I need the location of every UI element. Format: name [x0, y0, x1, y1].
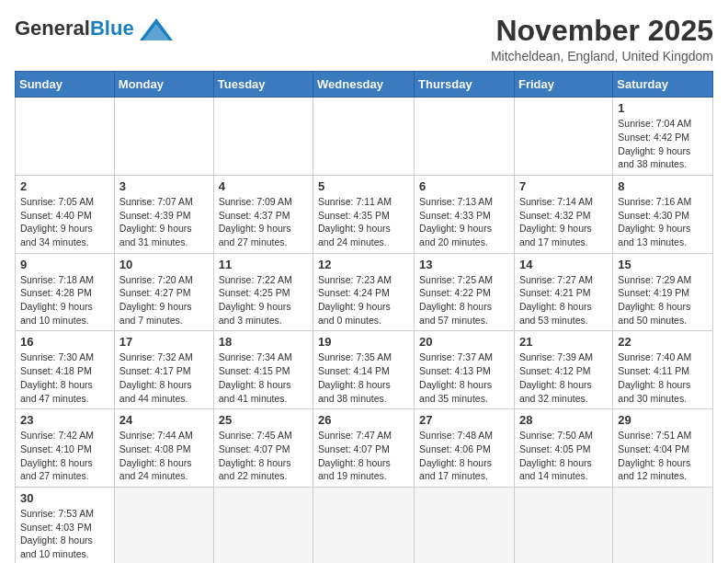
day-header-monday: Monday: [114, 72, 213, 98]
day-info: Sunrise: 7:32 AM Sunset: 4:17 PM Dayligh…: [119, 350, 209, 405]
day-info: Sunrise: 7:44 AM Sunset: 4:08 PM Dayligh…: [119, 429, 209, 483]
calendar-cell: 13Sunrise: 7:25 AM Sunset: 4:22 PM Dayli…: [415, 253, 515, 331]
calendar-cell: 20Sunrise: 7:37 AM Sunset: 4:13 PM Dayli…: [415, 331, 515, 409]
day-number: 1: [618, 101, 708, 115]
day-number: 6: [419, 179, 509, 193]
week-row-2: 2Sunrise: 7:05 AM Sunset: 4:40 PM Daylig…: [16, 175, 713, 253]
week-row-5: 23Sunrise: 7:42 AM Sunset: 4:10 PM Dayli…: [16, 409, 713, 488]
days-header-row: SundayMondayTuesdayWednesdayThursdayFrid…: [16, 72, 713, 98]
day-number: 22: [618, 335, 708, 349]
logo-text: GeneralBlue: [15, 17, 134, 40]
day-number: 20: [419, 335, 509, 349]
day-info: Sunrise: 7:39 AM Sunset: 4:12 PM Dayligh…: [519, 350, 608, 405]
day-number: 19: [318, 335, 409, 349]
calendar-cell: 9Sunrise: 7:18 AM Sunset: 4:28 PM Daylig…: [16, 253, 115, 331]
calendar-cell: 14Sunrise: 7:27 AM Sunset: 4:21 PM Dayli…: [514, 253, 612, 331]
logo-icon: [138, 17, 175, 42]
day-number: 12: [318, 258, 409, 271]
day-number: 21: [519, 335, 608, 349]
calendar-cell: 27Sunrise: 7:48 AM Sunset: 4:06 PM Dayli…: [415, 409, 515, 488]
day-info: Sunrise: 7:25 AM Sunset: 4:22 PM Dayligh…: [419, 273, 509, 327]
calendar-cell: 17Sunrise: 7:32 AM Sunset: 4:17 PM Dayli…: [114, 331, 213, 409]
calendar-cell: [415, 487, 515, 563]
calendar-cell: 11Sunrise: 7:22 AM Sunset: 4:25 PM Dayli…: [213, 253, 313, 331]
calendar-cell: 8Sunrise: 7:16 AM Sunset: 4:30 PM Daylig…: [613, 175, 713, 253]
day-info: Sunrise: 7:04 AM Sunset: 4:42 PM Dayligh…: [618, 117, 708, 171]
day-number: 28: [519, 413, 608, 427]
day-info: Sunrise: 7:05 AM Sunset: 4:40 PM Dayligh…: [20, 195, 109, 249]
calendar-cell: [213, 98, 313, 176]
day-info: Sunrise: 7:42 AM Sunset: 4:10 PM Dayligh…: [20, 429, 109, 483]
calendar-cell: 28Sunrise: 7:50 AM Sunset: 4:05 PM Dayli…: [514, 409, 612, 488]
day-number: 11: [219, 258, 308, 271]
calendar-cell: 6Sunrise: 7:13 AM Sunset: 4:33 PM Daylig…: [415, 175, 515, 253]
calendar-cell: [313, 487, 415, 563]
week-row-6: 30Sunrise: 7:53 AM Sunset: 4:03 PM Dayli…: [16, 487, 713, 563]
calendar-cell: 3Sunrise: 7:07 AM Sunset: 4:39 PM Daylig…: [114, 175, 213, 253]
day-info: Sunrise: 7:45 AM Sunset: 4:07 PM Dayligh…: [219, 429, 308, 483]
day-header-wednesday: Wednesday: [313, 72, 415, 98]
day-info: Sunrise: 7:37 AM Sunset: 4:13 PM Dayligh…: [419, 350, 509, 405]
calendar-cell: 21Sunrise: 7:39 AM Sunset: 4:12 PM Dayli…: [514, 331, 612, 409]
day-number: 24: [119, 413, 209, 427]
calendar-cell: 22Sunrise: 7:40 AM Sunset: 4:11 PM Dayli…: [613, 331, 713, 409]
day-number: 17: [119, 335, 209, 349]
day-info: Sunrise: 7:27 AM Sunset: 4:21 PM Dayligh…: [519, 273, 608, 327]
day-info: Sunrise: 7:48 AM Sunset: 4:06 PM Dayligh…: [419, 429, 509, 483]
calendar-cell: 30Sunrise: 7:53 AM Sunset: 4:03 PM Dayli…: [16, 487, 115, 563]
day-number: 27: [419, 413, 509, 427]
day-number: 14: [519, 258, 608, 271]
day-info: Sunrise: 7:47 AM Sunset: 4:07 PM Dayligh…: [318, 429, 409, 483]
day-info: Sunrise: 7:53 AM Sunset: 4:03 PM Dayligh…: [20, 507, 109, 561]
day-number: 8: [618, 179, 708, 193]
location-title: Mitcheldean, England, United Kingdom: [491, 49, 713, 63]
day-info: Sunrise: 7:20 AM Sunset: 4:27 PM Dayligh…: [119, 273, 209, 327]
calendar-cell: 10Sunrise: 7:20 AM Sunset: 4:27 PM Dayli…: [114, 253, 213, 331]
calendar-cell: 1Sunrise: 7:04 AM Sunset: 4:42 PM Daylig…: [613, 98, 713, 176]
day-info: Sunrise: 7:16 AM Sunset: 4:30 PM Dayligh…: [618, 195, 708, 249]
header: GeneralBlue November 2025 Mitcheldean, E…: [15, 15, 713, 63]
day-header-friday: Friday: [514, 72, 612, 98]
day-info: Sunrise: 7:50 AM Sunset: 4:05 PM Dayligh…: [519, 429, 608, 483]
day-header-saturday: Saturday: [613, 72, 713, 98]
month-title: November 2025: [491, 15, 713, 47]
calendar-cell: [613, 487, 713, 563]
calendar-cell: 29Sunrise: 7:51 AM Sunset: 4:04 PM Dayli…: [613, 409, 713, 488]
calendar-cell: 4Sunrise: 7:09 AM Sunset: 4:37 PM Daylig…: [213, 175, 313, 253]
day-info: Sunrise: 7:11 AM Sunset: 4:35 PM Dayligh…: [318, 195, 409, 249]
day-info: Sunrise: 7:07 AM Sunset: 4:39 PM Dayligh…: [119, 195, 209, 249]
calendar-cell: 19Sunrise: 7:35 AM Sunset: 4:14 PM Dayli…: [313, 331, 415, 409]
day-info: Sunrise: 7:35 AM Sunset: 4:14 PM Dayligh…: [318, 350, 409, 405]
calendar-cell: [514, 487, 612, 563]
week-row-3: 9Sunrise: 7:18 AM Sunset: 4:28 PM Daylig…: [16, 253, 713, 331]
calendar-cell: 26Sunrise: 7:47 AM Sunset: 4:07 PM Dayli…: [313, 409, 415, 488]
day-number: 10: [119, 258, 209, 271]
calendar-cell: 24Sunrise: 7:44 AM Sunset: 4:08 PM Dayli…: [114, 409, 213, 488]
day-number: 13: [419, 258, 509, 271]
day-number: 23: [20, 413, 109, 427]
calendar-cell: 23Sunrise: 7:42 AM Sunset: 4:10 PM Dayli…: [16, 409, 115, 488]
calendar-cell: [114, 487, 213, 563]
calendar-cell: 25Sunrise: 7:45 AM Sunset: 4:07 PM Dayli…: [213, 409, 313, 488]
week-row-4: 16Sunrise: 7:30 AM Sunset: 4:18 PM Dayli…: [16, 331, 713, 409]
day-number: 25: [219, 413, 308, 427]
calendar-cell: 7Sunrise: 7:14 AM Sunset: 4:32 PM Daylig…: [514, 175, 612, 253]
day-info: Sunrise: 7:23 AM Sunset: 4:24 PM Dayligh…: [318, 273, 409, 327]
day-number: 7: [519, 179, 608, 193]
calendar-table: SundayMondayTuesdayWednesdayThursdayFrid…: [15, 71, 713, 563]
day-header-thursday: Thursday: [415, 72, 515, 98]
day-number: 3: [119, 179, 209, 193]
day-number: 9: [20, 258, 109, 271]
calendar-cell: 5Sunrise: 7:11 AM Sunset: 4:35 PM Daylig…: [313, 175, 415, 253]
day-info: Sunrise: 7:29 AM Sunset: 4:19 PM Dayligh…: [618, 273, 708, 327]
day-info: Sunrise: 7:40 AM Sunset: 4:11 PM Dayligh…: [618, 350, 708, 405]
calendar-cell: [313, 98, 415, 176]
week-row-1: 1Sunrise: 7:04 AM Sunset: 4:42 PM Daylig…: [16, 98, 713, 176]
day-number: 15: [618, 258, 708, 271]
day-header-tuesday: Tuesday: [213, 72, 313, 98]
calendar-cell: [114, 98, 213, 176]
logo: GeneralBlue: [15, 15, 175, 42]
calendar-cell: 16Sunrise: 7:30 AM Sunset: 4:18 PM Dayli…: [16, 331, 115, 409]
day-info: Sunrise: 7:09 AM Sunset: 4:37 PM Dayligh…: [219, 195, 308, 249]
calendar-cell: 12Sunrise: 7:23 AM Sunset: 4:24 PM Dayli…: [313, 253, 415, 331]
